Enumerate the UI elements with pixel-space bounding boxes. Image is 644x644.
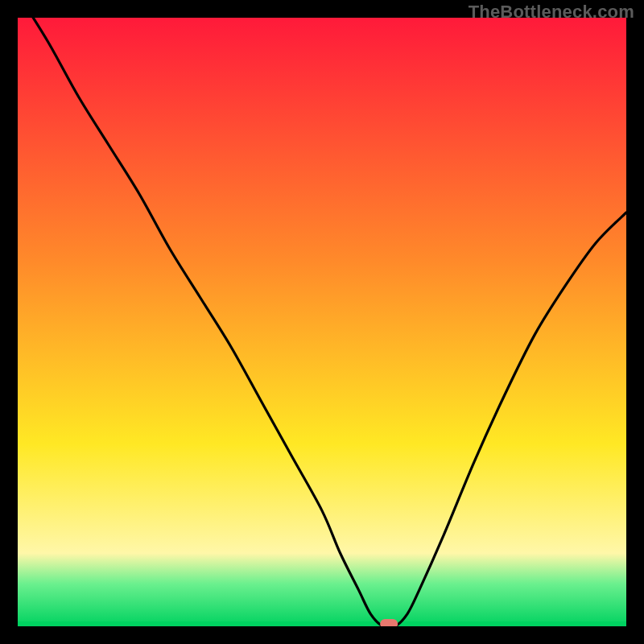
optimum-marker [380, 619, 398, 626]
watermark-text: TheBottleneck.com [469, 2, 634, 23]
bottleneck-chart [18, 18, 626, 626]
chart-svg [18, 18, 626, 626]
chart-frame: TheBottleneck.com [0, 0, 644, 644]
gradient-background [18, 18, 626, 626]
baseline-band [18, 621, 626, 626]
